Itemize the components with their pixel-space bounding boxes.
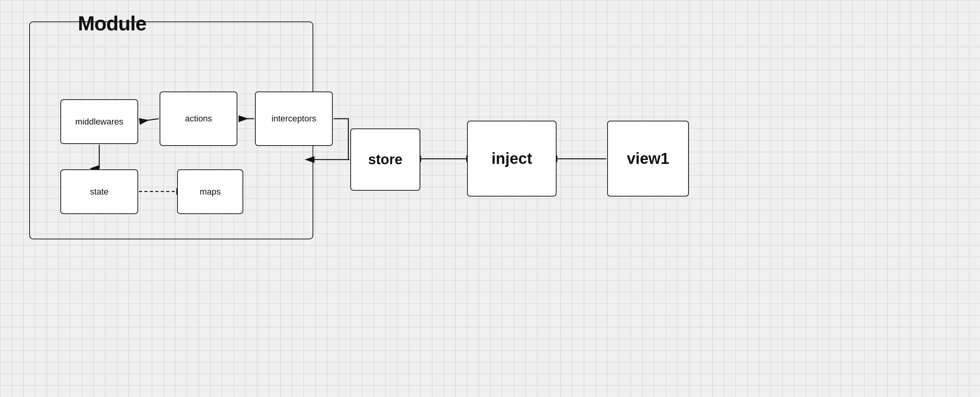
node-store: store: [350, 128, 420, 191]
node-state: state: [60, 169, 138, 214]
node-interceptors: interceptors: [255, 91, 333, 146]
diagram-container: Module: [0, 0, 980, 397]
node-middlewares: middlewares: [60, 99, 138, 144]
node-view1: view1: [607, 121, 689, 197]
arrow-interceptors-to-store-seg1: [334, 119, 349, 160]
node-actions: actions: [160, 91, 237, 146]
node-maps: maps: [177, 169, 243, 214]
module-title: Module: [78, 12, 146, 35]
node-inject: inject: [467, 121, 557, 197]
